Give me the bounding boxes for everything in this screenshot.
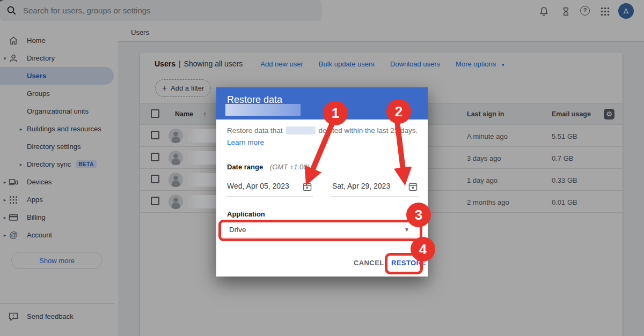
start-date-value: Wed, Apr 05, 2023 [227,182,289,190]
cancel-button[interactable]: CANCEL [354,259,384,267]
description-before: Restore data that [227,126,283,135]
timezone-label: (GMT +1:00) [270,163,310,171]
dialog-header: Restore data [216,87,428,120]
learn-more-link[interactable]: Learn more [227,138,264,146]
calendar-icon[interactable] [303,182,312,191]
start-date-field[interactable]: Wed, Apr 05, 2023 [226,177,313,197]
calendar-icon[interactable] [408,182,418,191]
dialog-description: Restore data thatdeleted within the last… [227,126,418,135]
redacted-user-name [286,126,316,135]
application-label: Application [227,210,265,218]
end-date-field[interactable]: Sat, Apr 29, 2023 [331,177,419,197]
application-selected-value: Drive [229,226,246,234]
restore-data-dialog: Restore data Restore data thatdeleted wi… [216,87,428,277]
application-dropdown[interactable]: Drive ▼ [227,223,413,237]
date-range-row: Date range (GMT +1:00) [227,163,310,171]
date-range-label: Date range [227,163,263,171]
restore-button[interactable]: RESTORE [391,259,426,267]
admin-console: Admin ? A Use [0,0,644,336]
chevron-down-icon: ▼ [404,227,409,233]
description-after: deleted within the last 25 days. [319,126,418,135]
end-date-value: Sat, Apr 29, 2023 [332,182,390,190]
redacted-user-name [225,104,301,116]
